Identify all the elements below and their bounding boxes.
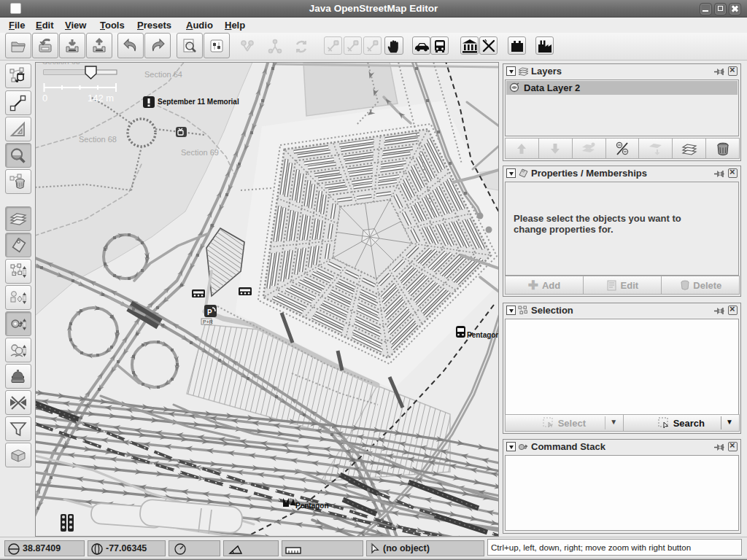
svg-text:Section 68: Section 68 [79,135,117,144]
svg-text:142 m: 142 m [88,93,114,104]
svg-text:Pentagon: Pentagon [295,502,329,510]
svg-text:P: P [207,308,212,316]
svg-text:Section 64: Section 64 [144,70,182,79]
svg-text:Section 69: Section 69 [181,148,219,157]
svg-text:September 11 Memorial: September 11 Memorial [158,98,239,106]
svg-text:P+R: P+R [203,319,213,324]
svg-text:Pentagon: Pentagon [467,331,499,339]
svg-text:0: 0 [42,93,47,104]
